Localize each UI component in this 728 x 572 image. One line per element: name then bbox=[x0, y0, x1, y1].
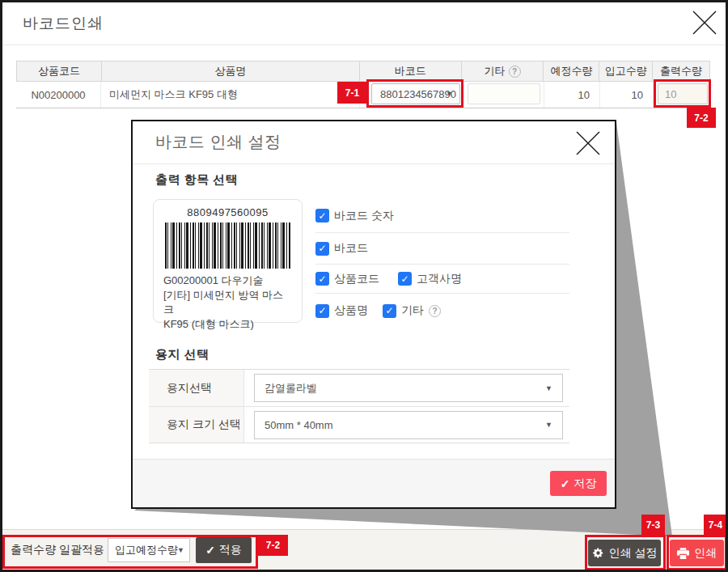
modal-title-separator bbox=[133, 163, 615, 164]
barcode-print-dialog: 바코드인쇄 상품코드 상품명 바코드 기타 ? 예정수량 입고수량 출력수량 N… bbox=[0, 0, 728, 572]
paper-size-select[interactable]: 50mm * 40mm ▼ bbox=[254, 411, 563, 439]
paper-type-select[interactable]: 감열롤라벨 ▼ bbox=[254, 374, 563, 402]
col-planned-qty: 예정수량 bbox=[544, 61, 599, 81]
dialog-close-icon[interactable] bbox=[688, 6, 722, 40]
bulk-apply-select[interactable]: 입고예정수량 ▼ bbox=[108, 538, 190, 562]
page-title: 바코드인쇄 bbox=[23, 13, 104, 34]
preview-line-1: G00200001 다우기술 bbox=[163, 273, 294, 288]
checked-checkbox-icon bbox=[315, 209, 329, 222]
output-items-heading: 출력 항목 선택 bbox=[155, 172, 238, 188]
cell-product-code: N00200000 bbox=[16, 82, 101, 108]
col-print-qty: 출력수량 bbox=[653, 61, 709, 81]
preview-label-text: G00200001 다우기술 [기타] 미세먼지 방역 마스크 KF95 (대형… bbox=[163, 273, 294, 332]
product-table: 상품코드 상품명 바코드 기타 ? 예정수량 입고수량 출력수량 N002000… bbox=[16, 61, 710, 108]
etc-help-icon[interactable]: ? bbox=[509, 66, 521, 78]
chevron-down-icon: ▼ bbox=[446, 90, 453, 98]
bulk-apply-label: 출력수량 일괄적용 bbox=[11, 530, 104, 570]
modal-footer: ✓ 저장 bbox=[133, 459, 615, 507]
barcode-select[interactable]: 8801234567890 ▼ bbox=[371, 83, 460, 104]
checkbox-etc[interactable]: 기타 ? bbox=[383, 303, 441, 318]
checkbox-row: 바코드 bbox=[315, 233, 569, 265]
paper-size-label: 용지 크기 선택 bbox=[149, 407, 244, 443]
checked-checkbox-icon bbox=[315, 242, 329, 256]
annotation-badge-7-2-table: 7-2 bbox=[687, 108, 716, 128]
print-settings-button[interactable]: 인쇄 설정 bbox=[588, 540, 661, 566]
cell-product-name: 미세먼지 마스크 KF95 대형 bbox=[101, 82, 360, 108]
apply-button[interactable]: ✓ 적용 bbox=[196, 537, 252, 563]
chevron-down-icon: ▼ bbox=[177, 546, 184, 554]
checkbox-customer-name[interactable]: 고객사명 bbox=[398, 272, 462, 286]
barcode-print-settings-modal: 바코드 인쇄 설정 출력 항목 선택 8809497560095 G002000… bbox=[131, 120, 616, 509]
preview-line-3: KF95 (대형 마스크) bbox=[163, 317, 294, 332]
chevron-down-icon: ▼ bbox=[545, 421, 552, 429]
checkbox-barcode[interactable]: 바코드 bbox=[315, 241, 368, 256]
preview-line-2: [기타] 미세먼지 방역 마스크 bbox=[163, 288, 294, 317]
checkbox-barcode-number[interactable]: 바코드 숫자 bbox=[315, 209, 394, 223]
cell-received-qty: 10 bbox=[600, 82, 654, 108]
col-received-qty: 입고수량 bbox=[599, 61, 653, 81]
table-header-row: 상품코드 상품명 바코드 기타 ? 예정수량 입고수량 출력수량 bbox=[16, 61, 710, 82]
etc-help-icon[interactable]: ? bbox=[429, 305, 441, 317]
col-product-name: 상품명 bbox=[102, 61, 360, 81]
paper-size-row: 용지 크기 선택 50mm * 40mm ▼ bbox=[149, 406, 569, 443]
etc-input[interactable] bbox=[468, 83, 540, 104]
paper-settings-table: 용지선택 감열롤라벨 ▼ 용지 크기 선택 50mm * 40mm ▼ bbox=[149, 369, 569, 443]
checkbox-row: 상품코드 고객사명 bbox=[315, 265, 569, 294]
col-etc: 기타 ? bbox=[462, 61, 544, 81]
modal-title: 바코드 인쇄 설정 bbox=[155, 131, 281, 153]
gear-icon bbox=[592, 547, 604, 559]
checkbox-row: 상품명 기타 ? bbox=[315, 294, 569, 328]
output-item-checkboxes: 바코드 숫자 바코드 상품코드 고객사명 bbox=[315, 199, 569, 328]
checkbox-product-name[interactable]: 상품명 bbox=[315, 303, 368, 318]
checked-checkbox-icon bbox=[315, 272, 329, 286]
paper-select-heading: 용지 선택 bbox=[155, 347, 210, 362]
checkbox-product-code[interactable]: 상품코드 bbox=[315, 272, 379, 286]
save-button[interactable]: ✓ 저장 bbox=[550, 471, 607, 496]
col-product-code: 상품코드 bbox=[17, 61, 102, 81]
modal-close-icon[interactable] bbox=[571, 126, 605, 160]
col-barcode: 바코드 bbox=[360, 61, 462, 81]
paper-type-row: 용지선택 감열롤라벨 ▼ bbox=[149, 370, 569, 406]
bottom-action-bar: 출력수량 일괄적용 입고예정수량 ▼ ✓ 적용 인쇄 설정 인쇄 bbox=[2, 529, 726, 570]
label-preview-card: 8809497560095 G00200001 다우기술 [기타] 미세먼지 방… bbox=[153, 199, 303, 323]
cell-planned-qty: 10 bbox=[544, 82, 600, 108]
preview-barcode-number: 8809497560095 bbox=[154, 206, 302, 218]
check-icon: ✓ bbox=[561, 477, 570, 490]
check-icon: ✓ bbox=[205, 544, 215, 557]
printer-icon bbox=[677, 548, 689, 559]
print-button[interactable]: 인쇄 bbox=[670, 540, 724, 566]
checkbox-row: 바코드 숫자 bbox=[315, 199, 569, 233]
barcode-image bbox=[165, 222, 290, 269]
checked-checkbox-icon bbox=[398, 272, 412, 286]
checked-checkbox-icon bbox=[383, 304, 396, 318]
title-separator bbox=[2, 44, 726, 45]
paper-type-label: 용지선택 bbox=[149, 370, 244, 406]
chevron-down-icon: ▼ bbox=[545, 384, 552, 392]
print-qty-input[interactable] bbox=[658, 83, 708, 104]
table-row: N00200000 미세먼지 마스크 KF95 대형 10 10 bbox=[16, 82, 710, 108]
checked-checkbox-icon bbox=[315, 304, 329, 318]
